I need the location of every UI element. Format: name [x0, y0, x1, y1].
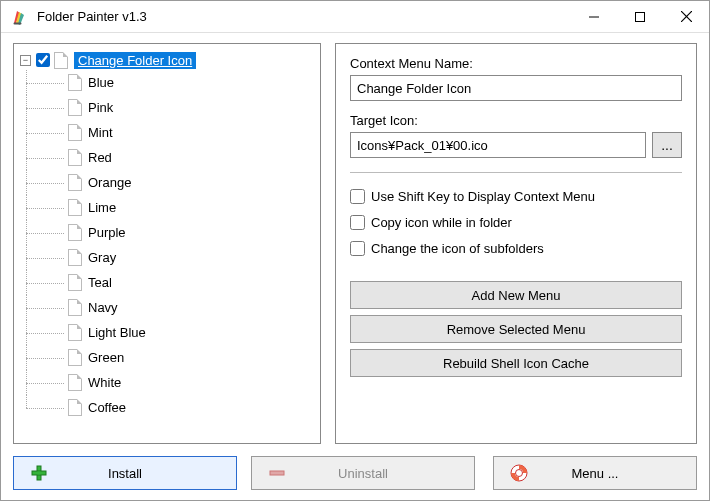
bottom-bar: Install Uninstall Menu ... — [13, 456, 697, 490]
page-icon — [68, 274, 82, 291]
page-icon — [68, 99, 82, 116]
check-shift[interactable]: Use Shift Key to Display Context Menu — [350, 183, 682, 209]
page-icon — [68, 199, 82, 216]
plus-icon — [14, 465, 64, 481]
tree-item-label: Red — [88, 150, 112, 165]
tree-guide — [26, 195, 68, 220]
tree-item-label: Green — [88, 350, 124, 365]
separator — [350, 172, 682, 173]
add-new-menu-button[interactable]: Add New Menu — [350, 281, 682, 309]
minimize-button[interactable] — [571, 1, 617, 33]
uninstall-button[interactable]: Uninstall — [251, 456, 475, 490]
tree-item-label: Mint — [88, 125, 113, 140]
tree-guide — [26, 270, 68, 295]
install-label: Install — [64, 466, 236, 481]
check-subfolders-label: Change the icon of subfolders — [371, 241, 544, 256]
tree-guide — [26, 245, 68, 270]
tree-item[interactable]: Navy — [26, 295, 316, 320]
tree-item-label: Orange — [88, 175, 131, 190]
tree-guide — [26, 220, 68, 245]
tree-item[interactable]: Mint — [26, 120, 316, 145]
collapse-icon[interactable]: − — [20, 55, 31, 66]
page-icon — [68, 399, 82, 416]
tree-root-label[interactable]: Change Folder Icon — [74, 52, 196, 69]
page-icon — [68, 349, 82, 366]
uninstall-label: Uninstall — [302, 466, 474, 481]
tree-guide — [26, 370, 68, 395]
rebuild-shell-icon-cache-button[interactable]: Rebuild Shell Icon Cache — [350, 349, 682, 377]
tree-item[interactable]: Purple — [26, 220, 316, 245]
check-shift-label: Use Shift Key to Display Context Menu — [371, 189, 595, 204]
menu-button[interactable]: Menu ... — [493, 456, 697, 490]
tree-item[interactable]: Blue — [26, 70, 316, 95]
page-icon — [68, 299, 82, 316]
svg-rect-2 — [636, 12, 645, 21]
tree-guide — [26, 295, 68, 320]
tree-root[interactable]: − Change Folder Icon — [20, 50, 316, 70]
root-checkbox[interactable] — [36, 53, 50, 67]
window-title: Folder Painter v1.3 — [37, 9, 571, 24]
maximize-button[interactable] — [617, 1, 663, 33]
target-icon-input[interactable] — [350, 132, 646, 158]
tree-item[interactable]: Lime — [26, 195, 316, 220]
page-icon — [54, 52, 68, 69]
tree-guide — [26, 170, 68, 195]
tree-item-label: Light Blue — [88, 325, 146, 340]
svg-rect-0 — [14, 22, 22, 24]
tree-item-label: Purple — [88, 225, 126, 240]
lifebuoy-icon — [494, 464, 544, 482]
page-icon — [68, 374, 82, 391]
tree-item[interactable]: White — [26, 370, 316, 395]
svg-rect-8 — [270, 471, 284, 475]
tree-guide — [26, 320, 68, 345]
page-icon — [68, 174, 82, 191]
check-copy-box[interactable] — [350, 215, 365, 230]
close-button[interactable] — [663, 1, 709, 33]
tree-item-label: Gray — [88, 250, 116, 265]
svg-point-10 — [516, 470, 523, 477]
minus-icon — [252, 465, 302, 481]
tree-item[interactable]: Pink — [26, 95, 316, 120]
check-copy[interactable]: Copy icon while in folder — [350, 209, 682, 235]
app-icon — [11, 8, 29, 26]
properties-panel: Context Menu Name: Target Icon: ... Use … — [335, 43, 697, 444]
tree-item-label: Coffee — [88, 400, 126, 415]
tree-item[interactable]: Orange — [26, 170, 316, 195]
tree-item[interactable]: Coffee — [26, 395, 316, 420]
tree-guide — [26, 120, 68, 145]
tree-item[interactable]: Green — [26, 345, 316, 370]
tree-guide — [26, 70, 68, 95]
tree-item-label: Blue — [88, 75, 114, 90]
check-copy-label: Copy icon while in folder — [371, 215, 512, 230]
page-icon — [68, 149, 82, 166]
menu-label: Menu ... — [544, 466, 696, 481]
check-subfolders-box[interactable] — [350, 241, 365, 256]
title-bar: Folder Painter v1.3 — [1, 1, 709, 33]
tree-item-label: Lime — [88, 200, 116, 215]
context-menu-name-label: Context Menu Name: — [350, 56, 682, 71]
tree-item[interactable]: Red — [26, 145, 316, 170]
page-icon — [68, 224, 82, 241]
tree-item-label: White — [88, 375, 121, 390]
tree-guide — [26, 95, 68, 120]
target-icon-label: Target Icon: — [350, 113, 682, 128]
tree-item[interactable]: Teal — [26, 270, 316, 295]
page-icon — [68, 324, 82, 341]
tree-item-label: Teal — [88, 275, 112, 290]
browse-button[interactable]: ... — [652, 132, 682, 158]
tree-guide — [26, 345, 68, 370]
check-shift-box[interactable] — [350, 189, 365, 204]
context-menu-name-input[interactable] — [350, 75, 682, 101]
svg-rect-7 — [38, 472, 41, 475]
check-subfolders[interactable]: Change the icon of subfolders — [350, 235, 682, 261]
tree-item[interactable]: Gray — [26, 245, 316, 270]
install-button[interactable]: Install — [13, 456, 237, 490]
page-icon — [68, 124, 82, 141]
remove-selected-menu-button[interactable]: Remove Selected Menu — [350, 315, 682, 343]
tree-item-label: Pink — [88, 100, 113, 115]
tree-item[interactable]: Light Blue — [26, 320, 316, 345]
tree-guide — [26, 395, 68, 420]
tree-guide — [26, 145, 68, 170]
tree-item-label: Navy — [88, 300, 118, 315]
tree-panel[interactable]: − Change Folder Icon BluePinkMintRedOran… — [13, 43, 321, 444]
